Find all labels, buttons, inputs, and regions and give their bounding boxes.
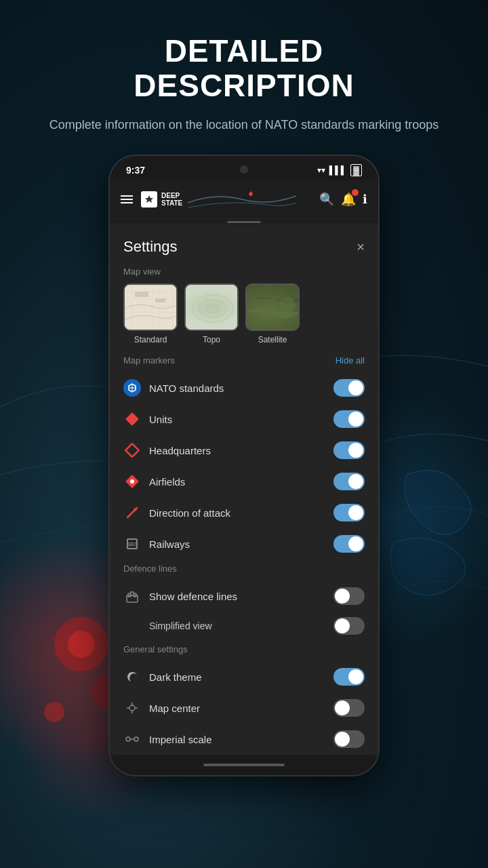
toggle-left-map-center: Map center bbox=[123, 699, 200, 717]
app-logo: DEEPSTATE bbox=[141, 191, 182, 208]
svg-point-9 bbox=[199, 300, 226, 317]
svg-rect-5 bbox=[135, 292, 148, 297]
wifi-icon: ▾▾ bbox=[317, 165, 325, 175]
dark-theme-label: Dark theme bbox=[149, 671, 202, 683]
toggle-left-direction: Direction of attack bbox=[123, 504, 230, 521]
toggle-row-simplified: Simplified view bbox=[110, 612, 378, 640]
battery-icon: ▓ bbox=[350, 164, 362, 176]
defence-label: Defence lines bbox=[110, 564, 378, 580]
svg-rect-17 bbox=[125, 412, 139, 426]
phone-mockup: 9:37 ▾▾ ▌▌▌ ▓ DEEPSTA bbox=[108, 155, 380, 776]
toggle-row-dark: Dark theme bbox=[110, 661, 378, 692]
toggle-railways[interactable] bbox=[333, 535, 365, 553]
toggle-simplified[interactable] bbox=[333, 617, 365, 635]
tab-indicator bbox=[227, 221, 261, 223]
svg-point-12 bbox=[258, 313, 269, 324]
app-header-left: DEEPSTATE bbox=[121, 191, 182, 208]
svg-rect-6 bbox=[155, 298, 165, 302]
map-thumb-topo-img bbox=[184, 283, 239, 331]
map-view-row: Standard Topo bbox=[110, 283, 378, 355]
units-icon bbox=[123, 410, 141, 428]
svg-point-35 bbox=[134, 737, 138, 741]
units-label: Units bbox=[149, 414, 172, 425]
settings-panel: Settings × Map view St bbox=[110, 224, 378, 755]
svg-point-13 bbox=[279, 297, 296, 313]
camera-notch bbox=[240, 165, 248, 174]
map-markers-header: Map markers Hide all bbox=[110, 355, 378, 372]
page-title: DETAILED DESCRIPTION bbox=[49, 34, 439, 102]
map-markers-label: Map markers bbox=[123, 355, 175, 366]
toggle-row-nato: NATO standards bbox=[110, 372, 378, 403]
notification-button[interactable]: 🔔 bbox=[341, 192, 356, 207]
page-container: DETAILED DESCRIPTION Complete informatio… bbox=[0, 0, 488, 868]
toggle-left-railways: SEC Railways bbox=[123, 535, 190, 553]
airfields-label: Airfields bbox=[149, 476, 185, 488]
imperial-icon bbox=[123, 730, 141, 748]
toggle-left-dark: Dark theme bbox=[123, 668, 202, 686]
settings-title: Settings bbox=[123, 238, 178, 256]
toggle-left-units: Units bbox=[123, 410, 172, 428]
toggle-dark-theme[interactable] bbox=[333, 668, 365, 686]
svg-rect-11 bbox=[247, 285, 300, 331]
map-view-standard[interactable]: Standard bbox=[123, 283, 178, 344]
railways-label: Railways bbox=[149, 538, 190, 550]
toggle-defence[interactable] bbox=[333, 587, 365, 605]
toggle-row-units: Units bbox=[110, 403, 378, 435]
toggle-row-imperial: Imperial scale bbox=[110, 724, 378, 755]
toggle-units[interactable] bbox=[333, 410, 365, 428]
map-center-label: Map center bbox=[149, 703, 200, 714]
hq-icon bbox=[123, 441, 141, 459]
signal-icon: ▌▌▌ bbox=[329, 165, 347, 175]
toggle-left-nato: NATO standards bbox=[123, 379, 224, 397]
nato-label: NATO standards bbox=[149, 382, 224, 394]
notification-badge bbox=[352, 189, 359, 196]
general-section: General settings Dark theme bbox=[110, 640, 378, 755]
general-label: General settings bbox=[110, 644, 378, 661]
toggle-map-center[interactable] bbox=[333, 699, 365, 717]
toggle-imperial[interactable] bbox=[333, 730, 365, 748]
menu-button[interactable] bbox=[121, 195, 133, 203]
toggle-airfields[interactable] bbox=[333, 473, 365, 490]
map-thumb-satellite-img bbox=[245, 283, 300, 331]
railways-icon: SEC bbox=[123, 535, 141, 553]
airfields-icon: A bbox=[123, 473, 141, 490]
direction-label: Direction of attack bbox=[149, 507, 230, 519]
logo-icon bbox=[141, 191, 157, 208]
app-header-right: 🔍 🔔 ℹ bbox=[319, 192, 367, 207]
hide-all-button[interactable]: Hide all bbox=[336, 355, 365, 366]
imperial-label: Imperial scale bbox=[149, 734, 212, 745]
map-view-satellite[interactable]: Satellite bbox=[245, 283, 300, 344]
map-thumb-topo-label: Topo bbox=[203, 335, 220, 344]
svg-point-10 bbox=[206, 304, 220, 313]
toggle-left-hq: Headquarters bbox=[123, 441, 211, 459]
toggle-left-airfields: A Airfields bbox=[123, 473, 185, 490]
tab-bar bbox=[110, 219, 378, 224]
svg-text:A: A bbox=[131, 480, 134, 484]
toggle-left-defence: Show defence lines bbox=[123, 587, 237, 605]
close-button[interactable]: × bbox=[357, 239, 365, 255]
svg-point-8 bbox=[192, 295, 233, 322]
hq-label: Headquarters bbox=[149, 445, 211, 456]
settings-header: Settings × bbox=[110, 224, 378, 267]
simplified-label: Simplified view bbox=[149, 620, 212, 631]
map-preview: ♦ bbox=[188, 186, 314, 213]
toggle-hq[interactable] bbox=[333, 441, 365, 459]
svg-rect-4 bbox=[125, 285, 178, 331]
header-section: DETAILED DESCRIPTION Complete informatio… bbox=[22, 0, 466, 155]
toggle-nato[interactable] bbox=[333, 379, 365, 397]
home-bar bbox=[203, 764, 285, 766]
dark-theme-icon bbox=[123, 668, 141, 686]
app-header: DEEPSTATE ♦ 🔍 🔔 ℹ bbox=[110, 180, 378, 219]
toggle-row-railways: SEC Railways bbox=[110, 528, 378, 559]
info-button[interactable]: ℹ bbox=[363, 192, 367, 207]
toggle-direction[interactable] bbox=[333, 504, 365, 521]
map-thumb-standard-img bbox=[123, 283, 178, 331]
map-view-topo[interactable]: Topo bbox=[184, 283, 239, 344]
toggle-row-map-center: Map center bbox=[110, 692, 378, 724]
nato-icon bbox=[123, 379, 141, 397]
toggle-row-direction: Direction of attack bbox=[110, 497, 378, 528]
search-button[interactable]: 🔍 bbox=[319, 192, 334, 207]
status-bar: 9:37 ▾▾ ▌▌▌ ▓ bbox=[110, 156, 378, 180]
direction-icon bbox=[123, 504, 141, 521]
map-thumb-standard-label: Standard bbox=[134, 335, 167, 344]
